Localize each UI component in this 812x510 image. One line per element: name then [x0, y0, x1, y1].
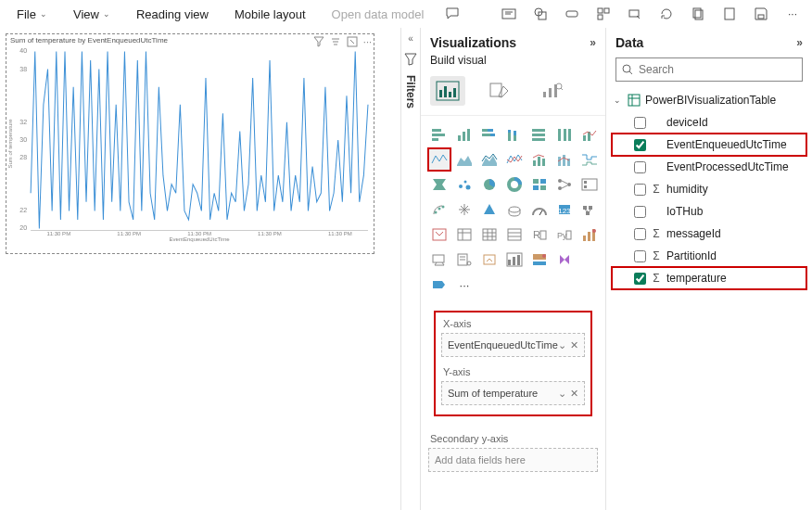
- shapes-icon[interactable]: [528, 2, 552, 26]
- field-row-partitionid[interactable]: ΣPartitionId: [612, 245, 806, 267]
- viz-type-0[interactable]: [428, 123, 450, 146]
- copy-icon[interactable]: [686, 2, 710, 26]
- field-row-eventprocessedutctime[interactable]: EventProcessedUtcTime: [612, 156, 806, 178]
- menu-mobile-layout[interactable]: Mobile layout: [225, 4, 315, 25]
- viz-type-31[interactable]: [503, 223, 526, 246]
- viz-type-39[interactable]: [528, 249, 551, 271]
- viz-more-icon[interactable]: ···: [453, 274, 476, 296]
- search-icon: [622, 64, 633, 75]
- viz-type-1[interactable]: [453, 123, 476, 146]
- field-checkbox[interactable]: [634, 117, 646, 129]
- analytics-button[interactable]: [534, 76, 569, 106]
- viz-type-34[interactable]: [578, 223, 601, 246]
- search-input[interactable]: [639, 63, 796, 76]
- x-axis-well[interactable]: EventEnqueuedUtcTime ⌄✕: [441, 333, 585, 357]
- chevron-down-icon[interactable]: ⌄: [558, 388, 566, 400]
- menu-view[interactable]: View⌄: [64, 4, 120, 25]
- viz-type-28[interactable]: [428, 223, 450, 246]
- build-visual-button[interactable]: [430, 76, 465, 106]
- svg-point-71: [464, 181, 467, 184]
- viz-type-14[interactable]: [428, 173, 450, 196]
- viz-type-2[interactable]: [478, 123, 501, 146]
- viz-type-26[interactable]: 123: [553, 198, 576, 221]
- search-box[interactable]: [615, 57, 803, 82]
- viz-type-23[interactable]: [478, 198, 501, 221]
- svg-point-131: [623, 65, 630, 72]
- visual-icon[interactable]: [591, 2, 615, 26]
- viz-type-16[interactable]: [478, 173, 501, 196]
- viz-type-10[interactable]: [503, 148, 526, 171]
- viz-type-20[interactable]: [578, 173, 601, 196]
- text-box-icon[interactable]: [497, 2, 521, 26]
- field-checkbox[interactable]: [634, 250, 646, 262]
- field-row-iothub[interactable]: IoTHub: [612, 200, 806, 223]
- save-icon[interactable]: [749, 2, 773, 26]
- viz-type-38[interactable]: [503, 249, 526, 271]
- expand-filters-icon[interactable]: «: [408, 33, 413, 44]
- field-checkbox[interactable]: [634, 228, 646, 240]
- viz-type-25[interactable]: [528, 198, 551, 221]
- remove-field-icon[interactable]: ✕: [570, 388, 578, 400]
- format-visual-button[interactable]: [482, 76, 517, 106]
- table-node[interactable]: ⌄ PowerBIVisualizationTable: [612, 89, 806, 111]
- viz-type-37[interactable]: [478, 249, 501, 271]
- collapse-viz-icon[interactable]: »: [590, 36, 596, 49]
- viz-type-32[interactable]: R: [528, 223, 551, 246]
- viz-type-12[interactable]: [553, 148, 576, 171]
- field-checkbox[interactable]: [634, 273, 646, 285]
- caret-down-icon[interactable]: ⌄: [614, 96, 623, 105]
- viz-type-17[interactable]: [503, 173, 526, 196]
- menu-file[interactable]: File⌄: [7, 4, 57, 25]
- page-icon[interactable]: [717, 2, 742, 26]
- viz-type-22[interactable]: [453, 198, 476, 221]
- viz-type-29[interactable]: [453, 223, 476, 246]
- viz-type-27[interactable]: [578, 198, 601, 221]
- viz-type-33[interactable]: Py: [553, 223, 576, 246]
- field-checkbox[interactable]: [634, 161, 646, 173]
- viz-type-13[interactable]: [578, 148, 601, 171]
- collapse-data-icon[interactable]: »: [796, 36, 803, 49]
- field-row-eventenqueuedutctime[interactable]: EventEnqueuedUtcTime: [612, 134, 806, 156]
- field-checkbox[interactable]: [634, 139, 646, 151]
- filters-label[interactable]: Filters: [404, 75, 417, 108]
- chevron-down-icon[interactable]: ⌄: [558, 339, 566, 351]
- svg-point-70: [459, 185, 463, 188]
- viz-type-24[interactable]: [503, 198, 526, 221]
- viz-type-4[interactable]: [528, 123, 551, 146]
- viz-type-42[interactable]: [428, 274, 450, 296]
- viz-type-11[interactable]: [528, 148, 551, 171]
- viz-type-8[interactable]: [453, 148, 476, 171]
- secondary-y-axis-well[interactable]: Add data fields here: [428, 448, 598, 472]
- buttons-icon[interactable]: [560, 2, 584, 26]
- field-checkbox[interactable]: [634, 184, 646, 196]
- field-row-temperature[interactable]: Σtemperature: [612, 267, 806, 289]
- viz-type-21[interactable]: [428, 198, 450, 221]
- viz-type-5[interactable]: [553, 123, 576, 146]
- viz-type-15[interactable]: [453, 173, 476, 196]
- field-row-deviceid[interactable]: deviceId: [612, 111, 806, 134]
- viz-type-6[interactable]: [578, 123, 601, 146]
- report-canvas[interactable]: Sum of temperature by EventEnqueuedUtcTi…: [0, 28, 400, 510]
- line-chart-visual[interactable]: Sum of temperature by EventEnqueuedUtcTi…: [6, 33, 374, 254]
- remove-field-icon[interactable]: ✕: [570, 339, 578, 351]
- viz-type-46: [528, 274, 551, 296]
- menu-reading-view[interactable]: Reading view: [127, 4, 218, 25]
- refresh-icon[interactable]: [654, 2, 679, 26]
- viz-type-3[interactable]: [503, 123, 526, 146]
- viz-type-36[interactable]: [453, 249, 476, 271]
- viz-type-18[interactable]: [528, 173, 551, 196]
- interact-icon[interactable]: [623, 2, 647, 26]
- viz-type-9[interactable]: [478, 148, 501, 171]
- field-row-humidity[interactable]: Σhumidity: [612, 178, 806, 200]
- viz-type-40[interactable]: [553, 249, 576, 271]
- viz-type-19[interactable]: [553, 173, 576, 196]
- field-checkbox[interactable]: [634, 206, 646, 218]
- viz-type-7[interactable]: [428, 148, 450, 171]
- funnel-icon[interactable]: [404, 53, 417, 66]
- viz-type-35[interactable]: [428, 249, 450, 271]
- field-row-messageid[interactable]: ΣmessageId: [612, 223, 806, 245]
- y-axis-well[interactable]: Sum of temperature ⌄✕: [441, 381, 585, 405]
- more-icon[interactable]: ···: [780, 2, 805, 26]
- comment-icon[interactable]: [440, 2, 464, 26]
- viz-type-30[interactable]: [478, 223, 501, 246]
